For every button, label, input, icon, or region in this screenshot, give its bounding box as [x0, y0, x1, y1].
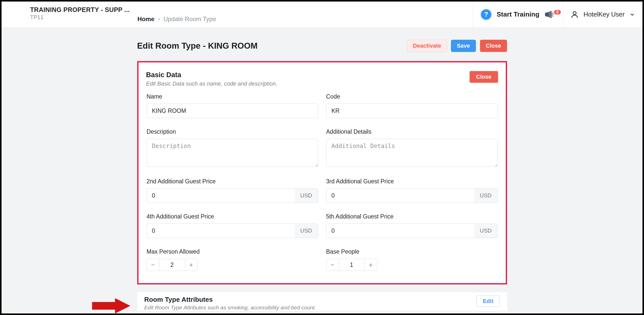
- title-row: Edit Room Type - KING ROOM Deactivate Sa…: [137, 40, 507, 52]
- chevron-right-icon: ›: [158, 16, 160, 22]
- save-button[interactable]: Save: [451, 40, 476, 52]
- help-section: ? Start Training 0: [473, 2, 563, 27]
- room-type-attributes-panel: Room Type Attributes Edit Room Type Attr…: [137, 292, 507, 311]
- label-max-person: Max Person Allowed: [147, 248, 318, 255]
- breadcrumb: Home › Update Room Type: [137, 2, 216, 27]
- field-price2: 2nd Additional Guest Price USD: [147, 178, 318, 203]
- currency-suffix: USD: [295, 224, 318, 238]
- price3-input[interactable]: [326, 188, 474, 203]
- field-price4: 4th Additional Guest Price USD: [147, 213, 318, 238]
- label-description: Description: [147, 128, 318, 135]
- page-button-row: Deactivate Save Close: [407, 40, 507, 52]
- property-code: TP11: [30, 14, 130, 21]
- label-code: Code: [326, 93, 498, 100]
- annotation-arrow-icon: [92, 298, 130, 313]
- currency-suffix: USD: [295, 188, 318, 203]
- chevron-down-icon: [629, 11, 635, 18]
- attributes-title: Room Type Attributes: [144, 296, 316, 304]
- basic-data-close-button[interactable]: Close: [470, 71, 498, 83]
- user-name-label: HotelKey User: [584, 11, 625, 18]
- svg-point-0: [573, 11, 576, 15]
- page-body: Edit Room Type - KING ROOM Deactivate Sa…: [2, 28, 642, 311]
- app-frame: TRAINING PROPERTY - SUPP ... TP11 Home ›…: [0, 0, 644, 315]
- user-icon: [570, 10, 579, 19]
- price2-input[interactable]: [147, 188, 295, 203]
- field-additional-details: Additional Details: [326, 128, 498, 168]
- deactivate-button[interactable]: Deactivate: [407, 40, 447, 52]
- field-price5: 5th Additional Guest Price USD: [326, 213, 498, 238]
- basic-data-title: Basic Data: [146, 71, 277, 79]
- breadcrumb-current: Update Room Type: [163, 16, 216, 23]
- field-name: Name: [147, 93, 318, 118]
- base-people-decrement[interactable]: −: [326, 259, 339, 271]
- additional-details-textarea[interactable]: [326, 139, 498, 167]
- base-people-value: 1: [339, 259, 364, 271]
- attributes-subtitle: Edit Room Type Attributes such as smokin…: [144, 305, 316, 311]
- basic-data-panel: Basic Data Edit Basic Data such as name,…: [137, 61, 507, 284]
- svg-marker-1: [92, 298, 130, 313]
- notification-badge: 0: [553, 9, 561, 15]
- property-block: TRAINING PROPERTY - SUPP ... TP11: [2, 2, 137, 27]
- property-title: TRAINING PROPERTY - SUPP ...: [30, 6, 130, 13]
- label-base-people: Base People: [326, 248, 498, 255]
- label-price4: 4th Additional Guest Price: [147, 213, 318, 220]
- basic-data-form: Name Code Description Additional Details: [143, 93, 501, 271]
- help-icon[interactable]: ?: [480, 9, 492, 20]
- page-title: Edit Room Type - KING ROOM: [137, 41, 258, 51]
- field-base-people: Base People − 1 +: [326, 248, 498, 271]
- breadcrumb-home[interactable]: Home: [137, 16, 155, 23]
- name-input[interactable]: [147, 104, 318, 118]
- field-max-person: Max Person Allowed − 2 +: [147, 248, 318, 271]
- max-person-decrement[interactable]: −: [147, 259, 159, 271]
- content-wrap: Edit Room Type - KING ROOM Deactivate Sa…: [137, 40, 507, 311]
- currency-suffix: USD: [474, 188, 497, 203]
- base-people-stepper: − 1 +: [326, 259, 498, 271]
- label-name: Name: [147, 93, 318, 100]
- user-section[interactable]: HotelKey User: [563, 2, 642, 27]
- attributes-edit-button[interactable]: Edit: [476, 296, 500, 307]
- currency-suffix: USD: [474, 224, 497, 238]
- price4-input[interactable]: [147, 224, 295, 238]
- label-price3: 3rd Additional Guest Price: [326, 178, 498, 185]
- max-person-increment[interactable]: +: [185, 259, 198, 271]
- start-training-label[interactable]: Start Training: [497, 10, 539, 18]
- description-textarea[interactable]: [147, 139, 318, 167]
- field-price3: 3rd Additional Guest Price USD: [326, 178, 498, 203]
- code-input[interactable]: [326, 104, 498, 118]
- field-description: Description: [147, 128, 318, 168]
- label-price5: 5th Additional Guest Price: [326, 213, 498, 220]
- label-additional-details: Additional Details: [326, 128, 498, 135]
- basic-data-header: Basic Data Edit Basic Data such as name,…: [143, 68, 501, 93]
- top-bar: TRAINING PROPERTY - SUPP ... TP11 Home ›…: [2, 2, 642, 28]
- megaphone-icon[interactable]: 0: [544, 10, 556, 19]
- field-code: Code: [326, 93, 498, 118]
- price5-input[interactable]: [326, 224, 474, 238]
- close-button[interactable]: Close: [480, 40, 507, 52]
- label-price2: 2nd Additional Guest Price: [147, 178, 318, 185]
- basic-data-subtitle: Edit Basic Data such as name, code and d…: [146, 80, 277, 87]
- base-people-increment[interactable]: +: [364, 259, 377, 271]
- max-person-value: 2: [159, 259, 185, 271]
- max-person-stepper: − 2 +: [147, 259, 318, 271]
